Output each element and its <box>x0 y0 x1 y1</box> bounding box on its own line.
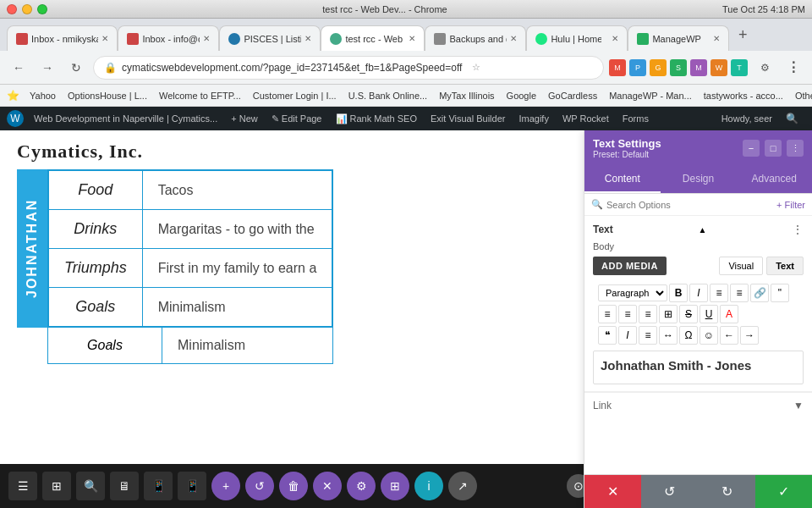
bookmark-managewp[interactable]: ManageWP - Man... <box>604 89 697 102</box>
new-tab-button[interactable]: + <box>732 23 753 47</box>
toolbar-desktop-btn[interactable]: 🖥 <box>110 472 139 500</box>
table-btn[interactable]: ⊞ <box>659 305 678 323</box>
tab-hulu[interactable]: Hulu | Home ✕ <box>526 25 628 51</box>
tab-content[interactable]: Content <box>584 166 661 193</box>
tab-close-6[interactable]: ✕ <box>612 34 618 43</box>
toolbar-grid-btn[interactable]: ⊞ <box>42 472 71 500</box>
bookmark-eftp[interactable]: Welcome to EFTP... <box>154 89 246 102</box>
redo-toolbar-btn[interactable]: → <box>740 326 759 345</box>
text-section-header[interactable]: Text ▲ ⋮ <box>593 223 804 236</box>
toolbar-trash-btn[interactable]: 🗑 <box>279 472 308 500</box>
maximize-btn[interactable] <box>37 4 47 14</box>
toolbar-phone-btn[interactable]: 📱 <box>178 472 206 500</box>
panel-expand-btn[interactable]: □ <box>765 140 782 157</box>
toolbar-share-btn[interactable]: ↗ <box>448 472 477 500</box>
wp-imagify[interactable]: Imagify <box>512 107 555 130</box>
ext-icon-5[interactable]: M <box>690 59 707 76</box>
tab-pisces[interactable]: PISCES | Listin... ✕ <box>219 25 321 51</box>
blockquote-btn[interactable]: ❝ <box>598 326 617 345</box>
ext-icon-1[interactable]: M <box>609 59 626 76</box>
ext-icon-2[interactable]: P <box>629 59 646 76</box>
refresh-button[interactable]: ↻ <box>64 56 88 80</box>
strikethrough-btn[interactable]: S <box>679 305 698 323</box>
italic-btn[interactable]: I <box>689 284 708 302</box>
indent-btn[interactable]: ≡ <box>639 326 657 345</box>
tab-close-7[interactable]: ✕ <box>713 34 720 43</box>
tab-close-5[interactable]: ✕ <box>510 34 517 43</box>
redo-button[interactable]: ↻ <box>699 475 755 508</box>
undo-toolbar-btn[interactable]: ← <box>720 326 738 345</box>
bold-btn[interactable]: B <box>669 284 688 302</box>
back-button[interactable]: ← <box>7 56 30 80</box>
italic2-btn[interactable]: I <box>618 326 637 345</box>
tab-design[interactable]: Design <box>661 166 737 193</box>
wp-rank-math[interactable]: 📊 Rank Math SEO <box>329 107 424 130</box>
more-button[interactable]: ⋮ <box>782 56 805 80</box>
confirm-button[interactable]: ✓ <box>755 475 812 508</box>
add-media-button[interactable]: ADD MEDIA <box>593 257 667 275</box>
ext-icon-6[interactable]: W <box>710 59 727 76</box>
forward-button[interactable]: → <box>36 56 59 80</box>
tab-managewp[interactable]: ManageWP ✕ <box>628 25 729 51</box>
fullscreen-btn[interactable]: ↔ <box>659 326 678 345</box>
bookmark-usbank[interactable]: U.S. Bank Online... <box>343 89 433 102</box>
wp-new-item[interactable]: + New <box>224 107 265 130</box>
ext-icon-7[interactable]: T <box>731 59 748 76</box>
panel-close-btn[interactable]: ⋮ <box>787 140 804 157</box>
filter-button[interactable]: + Filter <box>776 200 805 210</box>
wp-exit-builder[interactable]: Exit Visual Builder <box>424 107 512 130</box>
tab-backups[interactable]: Backups and dup... ✕ <box>425 25 526 51</box>
toolbar-settings-btn[interactable]: ⚙ <box>347 472 376 500</box>
profile-button[interactable]: ⚙ <box>753 56 776 80</box>
bookmark-other[interactable]: Other Bookmarks <box>790 89 812 102</box>
toolbar-search-btn[interactable]: 🔍 <box>76 472 105 500</box>
align-right-btn[interactable]: ≡ <box>639 305 657 323</box>
editor-content[interactable]: Johnathan Smith - Jones <box>593 351 804 384</box>
quote-btn[interactable]: " <box>771 284 789 302</box>
cancel-button[interactable]: ✕ <box>584 475 641 508</box>
toolbar-close-btn[interactable]: ✕ <box>313 472 342 500</box>
search-input[interactable] <box>606 200 773 210</box>
bookmark-google[interactable]: Google <box>502 89 541 102</box>
bookmark-customer[interactable]: Customer Login | I... <box>248 89 342 102</box>
toolbar-menu-btn[interactable]: ☰ <box>8 472 37 500</box>
ol-btn[interactable]: ≡ <box>730 284 749 302</box>
color-btn[interactable]: A <box>720 305 738 323</box>
toolbar-layout-btn[interactable]: ⊞ <box>381 472 409 500</box>
bookmark-tastyworks[interactable]: tastyworks - acco... <box>699 89 788 102</box>
visual-mode-btn[interactable]: Visual <box>719 257 763 275</box>
bookmark-mytax[interactable]: MyTax Illinois <box>434 89 499 102</box>
toolbar-history-btn[interactable]: ↺ <box>245 472 274 500</box>
tab-inbox2[interactable]: Inbox - info@cym... ✕ <box>118 25 219 51</box>
wp-howdy[interactable]: Howdy, seer <box>715 107 779 130</box>
special-chars-btn[interactable]: Ω <box>679 326 698 345</box>
link-section[interactable]: Link ▼ <box>584 392 812 418</box>
ul-btn[interactable]: ≡ <box>710 284 728 302</box>
wp-search[interactable]: 🔍 <box>779 107 805 130</box>
ext-icon-3[interactable]: G <box>650 59 667 76</box>
url-bar[interactable]: 🔒 cymaticswebdevelopment.com/?page_id=23… <box>93 56 604 80</box>
wp-edit-page[interactable]: ✎ Edit Page <box>265 107 329 130</box>
panel-minimize-btn[interactable]: − <box>743 140 760 157</box>
underline-btn[interactable]: U <box>700 305 718 323</box>
bookmark-optionshouse[interactable]: OptionsHouse | L... <box>63 89 152 102</box>
close-btn[interactable] <box>7 4 17 14</box>
tab-inbox1[interactable]: Inbox - nmikyska@... ✕ <box>7 25 118 51</box>
tab-close-1[interactable]: ✕ <box>102 34 108 43</box>
tab-close-4[interactable]: ✕ <box>409 34 415 43</box>
wp-site-name[interactable]: Web Development in Naperville | Cymatics… <box>27 107 224 130</box>
tab-advanced[interactable]: Advanced <box>736 166 812 193</box>
link-btn[interactable]: 🔗 <box>750 284 769 302</box>
align-left-btn[interactable]: ≡ <box>598 305 617 323</box>
undo-button[interactable]: ↺ <box>641 475 698 508</box>
emoji-btn[interactable]: ☺ <box>700 326 718 345</box>
ext-icon-4[interactable]: S <box>670 59 687 76</box>
wp-logo-icon[interactable]: W <box>7 110 24 127</box>
text-mode-btn[interactable]: Text <box>766 257 804 275</box>
toolbar-info-btn[interactable]: i <box>414 472 443 500</box>
bookmark-gocardless[interactable]: GoCardless <box>543 89 602 102</box>
more-options-icon[interactable]: ⋮ <box>792 223 804 236</box>
tab-testrcc[interactable]: test rcc - Web De... ✕ <box>321 25 425 51</box>
wp-forms[interactable]: Forms <box>616 107 656 130</box>
tab-close-3[interactable]: ✕ <box>304 34 311 43</box>
